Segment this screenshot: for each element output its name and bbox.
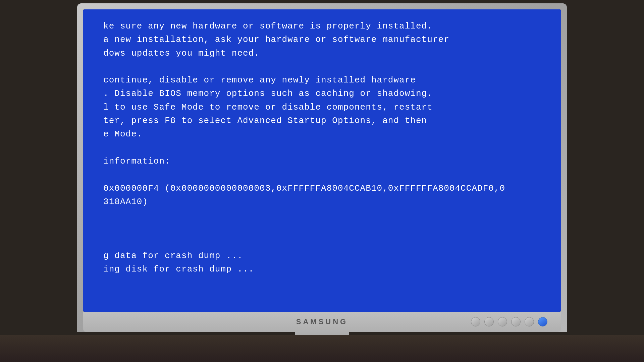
bsod-line: dows updates you might need. bbox=[103, 47, 541, 60]
power-button[interactable] bbox=[538, 317, 547, 326]
monitor-brand: SAMSUNG bbox=[296, 317, 348, 326]
bsod-text-content: ke sure any new hardware or software is … bbox=[103, 19, 541, 276]
bsod-line: ke sure any new hardware or software is … bbox=[103, 19, 541, 33]
room-background: ke sure any new hardware or software is … bbox=[0, 0, 644, 362]
bsod-line bbox=[103, 222, 541, 235]
bsod-line: . Disable BIOS memory options such as ca… bbox=[103, 87, 541, 100]
bsod-line: ter, press F8 to select Advanced Startup… bbox=[103, 114, 541, 127]
bsod-line: ing disk for crash dump ... bbox=[103, 262, 541, 276]
monitor-outer: ke sure any new hardware or software is … bbox=[77, 3, 567, 332]
bsod-screen: ke sure any new hardware or software is … bbox=[83, 9, 561, 312]
bsod-line: g data for crash dump ... bbox=[103, 249, 541, 262]
monitor-bezel: ke sure any new hardware or software is … bbox=[83, 9, 561, 312]
source-button[interactable] bbox=[498, 317, 507, 326]
up-button[interactable] bbox=[484, 317, 494, 326]
monitor-bottom-bezel: SAMSUNG bbox=[83, 312, 561, 332]
bsod-line: information: bbox=[103, 155, 541, 168]
bsod-line bbox=[103, 208, 541, 222]
bsod-line bbox=[103, 60, 541, 73]
auto-button[interactable] bbox=[511, 317, 521, 326]
bsod-line: continue, disable or remove any newly in… bbox=[103, 73, 541, 87]
extra-button[interactable] bbox=[525, 317, 534, 326]
bsod-line bbox=[103, 141, 541, 155]
bsod-line: l to use Safe Mode to remove or disable … bbox=[103, 101, 541, 114]
monitor-button-group bbox=[471, 317, 547, 326]
bsod-line bbox=[103, 168, 541, 181]
bsod-line bbox=[103, 236, 541, 249]
bsod-line: e Mode. bbox=[103, 127, 541, 141]
bsod-line: a new installation, ask your hardware or… bbox=[103, 33, 541, 46]
bsod-line: 0x000000F4 (0x0000000000000003,0xFFFFFFA… bbox=[103, 182, 541, 195]
bsod-line: 318AA10) bbox=[103, 195, 541, 208]
menu-button[interactable] bbox=[471, 317, 480, 326]
desk-surface bbox=[0, 335, 644, 362]
